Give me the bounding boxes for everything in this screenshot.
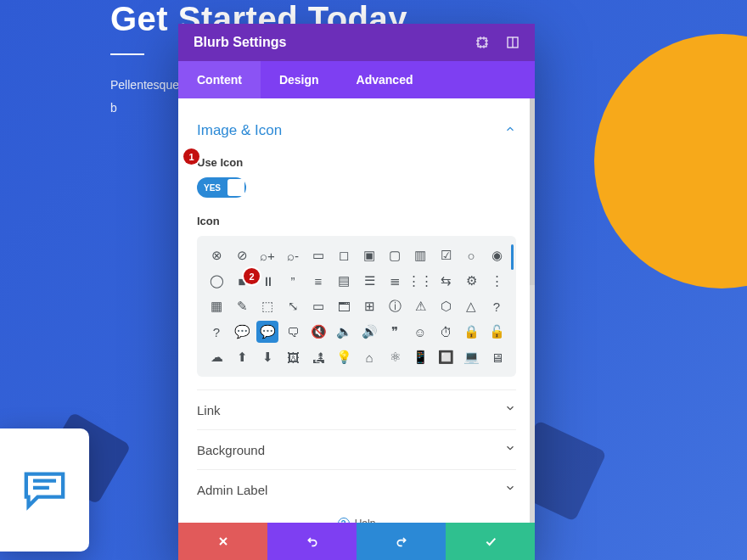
icon-option[interactable]: ⬆ <box>231 346 253 368</box>
undo-button[interactable] <box>267 523 357 560</box>
icon-option[interactable]: ⬇ <box>256 346 278 368</box>
section-header-link[interactable]: Link <box>197 389 516 429</box>
icon-option[interactable]: ▦ <box>205 295 227 317</box>
icon-option[interactable]: 📱 <box>409 346 431 368</box>
icon-option[interactable]: ▥ <box>409 244 431 266</box>
scrollbar[interactable] <box>530 98 535 523</box>
icon-option[interactable]: 🔒 <box>460 321 482 343</box>
chevron-up-icon <box>504 123 516 138</box>
icon-option[interactable]: ▤ <box>333 270 355 292</box>
icon-option[interactable]: 💬 <box>256 321 278 343</box>
section-title: Admin Label <box>197 483 267 497</box>
modal-footer <box>178 523 535 560</box>
icon-option[interactable]: ◉ <box>486 244 508 266</box>
icon-option[interactable]: 🗔 <box>333 295 355 317</box>
icon-option[interactable]: ⚛ <box>384 346 406 368</box>
icon-option[interactable]: ⇆ <box>435 270 457 292</box>
icon-option[interactable]: ⓘ <box>384 295 406 317</box>
help-icon: ? <box>338 518 350 523</box>
icon-picker: ⊗⊘⌕+⌕-▭◻▣▢▥☑○◉◯■⏸”≡▤☰≣⋮⋮⇆⚙⋮▦✎⬚⤡▭🗔⊞ⓘ⚠⬡△??… <box>197 236 516 377</box>
toggle-value: YES <box>204 183 221 193</box>
icon-option[interactable]: ◻ <box>333 244 355 266</box>
settings-modal: Blurb Settings Content Design Advanced I… <box>178 24 535 560</box>
chevron-down-icon <box>504 442 516 457</box>
chat-preview-card <box>0 428 89 552</box>
section-header-admin-label[interactable]: Admin Label <box>197 469 516 509</box>
icon-option[interactable]: ☁ <box>205 346 227 368</box>
icon-option[interactable]: ☺ <box>409 321 431 343</box>
icon-option[interactable]: 💻 <box>460 346 482 368</box>
icon-option[interactable]: ⌕+ <box>256 244 278 266</box>
chevron-down-icon <box>504 402 516 417</box>
icon-option[interactable]: ⤡ <box>282 295 304 317</box>
tab-advanced[interactable]: Advanced <box>338 61 432 98</box>
title-underline <box>110 53 144 55</box>
icon-option[interactable]: ⬡ <box>435 295 457 317</box>
icon-option[interactable]: ⋮ <box>486 270 508 292</box>
icon-option[interactable]: 🏞 <box>307 346 329 368</box>
section-header-background[interactable]: Background <box>197 429 516 469</box>
redo-button[interactable] <box>357 523 446 560</box>
section-header-image-icon[interactable]: Image & Icon <box>197 110 516 151</box>
help-bar[interactable]: ? Help <box>178 509 535 523</box>
icon-option[interactable]: ⏸ <box>256 270 278 292</box>
icon-option[interactable]: 🔈 <box>333 321 355 343</box>
chevron-down-icon <box>504 482 516 497</box>
icon-option[interactable]: ▭ <box>307 244 329 266</box>
icon-option[interactable]: ⊘ <box>231 244 253 266</box>
use-icon-toggle[interactable]: YES <box>197 177 246 198</box>
icon-option[interactable]: 💬 <box>231 321 253 343</box>
cancel-button[interactable] <box>178 523 267 560</box>
svg-rect-0 <box>478 38 486 47</box>
modal-header[interactable]: Blurb Settings <box>178 24 535 61</box>
icon-option[interactable]: ≡ <box>307 270 329 292</box>
section-link: Link <box>178 389 535 429</box>
icon-label: Icon <box>197 215 516 227</box>
icon-option[interactable]: ” <box>282 270 304 292</box>
icon-picker-scrollbar[interactable] <box>511 244 514 270</box>
icon-option[interactable]: 🗨 <box>282 321 304 343</box>
icon-option[interactable]: ✎ <box>231 295 253 317</box>
callout-badge-2: 2 <box>244 268 260 284</box>
tab-content[interactable]: Content <box>178 61 261 98</box>
icon-option[interactable]: ⊞ <box>358 295 380 317</box>
section-background: Background <box>178 429 535 469</box>
icon-option[interactable]: ☰ <box>358 270 380 292</box>
icon-option[interactable]: ⬚ <box>256 295 278 317</box>
tab-design[interactable]: Design <box>261 61 338 98</box>
help-label: Help <box>355 518 376 523</box>
section-title: Background <box>197 443 265 457</box>
icon-option[interactable]: 🖼 <box>282 346 304 368</box>
icon-option[interactable]: ? <box>205 321 227 343</box>
icon-option[interactable]: ▭ <box>307 295 329 317</box>
icon-option[interactable]: ▣ <box>358 244 380 266</box>
icon-option[interactable]: △ <box>460 295 482 317</box>
icon-option[interactable]: ⋮⋮ <box>409 270 431 292</box>
icon-option[interactable]: ❞ <box>384 321 406 343</box>
icon-option[interactable]: ⚙ <box>460 270 482 292</box>
icon-option[interactable]: ☑ <box>435 244 457 266</box>
icon-option[interactable]: ▢ <box>384 244 406 266</box>
icon-option[interactable]: ⊗ <box>205 244 227 266</box>
icon-option[interactable]: 🔓 <box>486 321 508 343</box>
icon-option[interactable]: ⌂ <box>358 346 380 368</box>
icon-option[interactable]: ◯ <box>205 270 227 292</box>
icon-option[interactable]: ⚠ <box>409 295 431 317</box>
expand-icon[interactable] <box>475 36 489 49</box>
save-button[interactable] <box>446 523 535 560</box>
icon-option[interactable]: 🔊 <box>358 321 380 343</box>
icon-option[interactable]: ≣ <box>384 270 406 292</box>
modal-title: Blurb Settings <box>194 35 286 50</box>
snap-icon[interactable] <box>506 36 520 49</box>
section-title: Link <box>197 403 221 417</box>
use-icon-label: Use Icon <box>197 156 516 169</box>
icon-option[interactable]: 🖥 <box>486 346 508 368</box>
icon-option[interactable]: ⌕- <box>282 244 304 266</box>
icon-option[interactable]: ? <box>486 295 508 317</box>
icon-option[interactable]: ⏱ <box>435 321 457 343</box>
icon-option[interactable]: 🔇 <box>307 321 329 343</box>
toggle-knob <box>227 179 244 196</box>
icon-option[interactable]: 💡 <box>333 346 355 368</box>
icon-option[interactable]: ○ <box>460 244 482 266</box>
icon-option[interactable]: 🔲 <box>435 346 457 368</box>
